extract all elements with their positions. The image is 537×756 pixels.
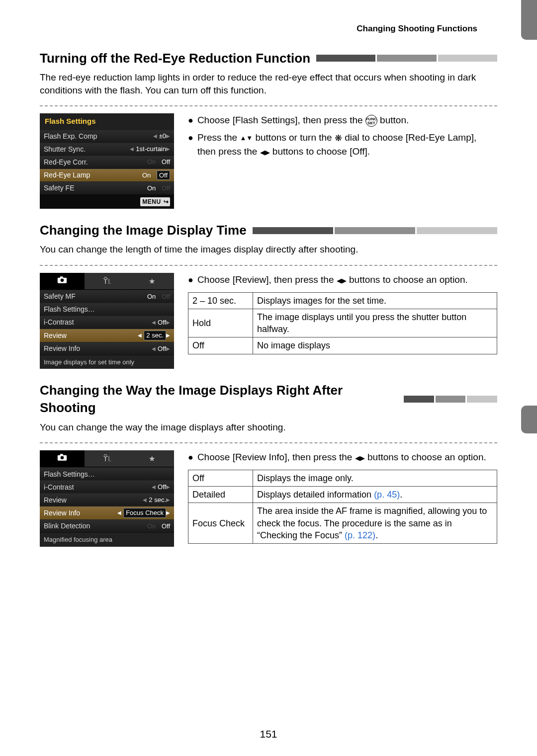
tools-tab-icon: ϔ꜑ (85, 451, 129, 467)
func-set-icon: FUNCSET (365, 115, 377, 127)
content-block: ϔ꜑ ★ Flash Settings… i-Contrast ◀Off ▶ R… (40, 450, 497, 546)
lcd-row-review-selected: Review ◀2 sec. ▶ (40, 329, 174, 342)
section-intro: You can change the way the image display… (40, 421, 497, 434)
heading-rule-icon (404, 396, 497, 403)
instruction-list: ● Choose [Review Info], then press the ◀… (188, 450, 497, 544)
svg-point-2 (61, 279, 64, 282)
table-row: HoldThe image displays until you press t… (188, 309, 497, 337)
lcd-shooting-menu: ϔ꜑ ★ Safety MF On Off Flash Settings… i-… (40, 273, 174, 369)
instruction-list: ● Choose [Flash Settings], then press th… (188, 113, 497, 162)
svg-rect-1 (60, 276, 63, 278)
bullet-item: ● Choose [Review], then press the ◀▶ but… (188, 273, 497, 287)
lcd-row-i-contrast: i-Contrast ◀Off ▶ (40, 480, 174, 493)
table-row: 2 – 10 sec.Displays images for the set t… (188, 292, 497, 309)
lcd-title: Flash Settings (40, 113, 174, 129)
page-tab-side (521, 406, 537, 433)
lcd-shooting-menu: ϔ꜑ ★ Flash Settings… i-Contrast ◀Off ▶ R… (40, 450, 174, 546)
divider (40, 105, 497, 106)
bullet-icon: ● (188, 114, 193, 127)
lcd-row-safety-mf: Safety MF On Off (40, 290, 174, 303)
lcd-row-safety-fe: Safety FE On Off (40, 181, 174, 194)
section-title-display-way: Changing the Way the Image Displays Righ… (40, 382, 497, 417)
lcd-status-bar: Magnified focusing area (40, 532, 174, 547)
lcd-row-review: Review ◀2 sec. ▶ (40, 493, 174, 506)
lcd-row-red-eye-lamp-selected: Red-Eye Lamp On Off (40, 168, 174, 182)
camera-tab-icon (40, 450, 85, 467)
svg-rect-4 (60, 454, 63, 456)
menu-back-icon: MENU ↩ (140, 197, 170, 206)
lcd-row-flash-settings: Flash Settings… (40, 467, 174, 480)
lcd-row-review-info-selected: Review Info ◀Focus Check ▶ (40, 506, 174, 519)
lcd-flash-settings: Flash Settings Flash Exp. Comp ◀±0 ▶ Shu… (40, 113, 174, 209)
table-row: Focus Check The area inside the AF frame… (188, 503, 497, 544)
options-table: OffDisplays the image only. Detailed Dis… (188, 470, 497, 544)
heading-rule-icon (253, 227, 497, 234)
instruction-list: ● Choose [Review], then press the ◀▶ but… (188, 273, 497, 354)
lcd-row-shutter-sync: Shutter Sync. ◀1st-curtain ▶ (40, 143, 174, 156)
camera-tab-icon (40, 273, 85, 289)
section-title-text: Changing the Image Display Time (40, 222, 247, 239)
table-row: OffDisplays the image only. (188, 470, 497, 486)
tools-tab-icon: ϔ꜑ (85, 273, 129, 289)
options-table: 2 – 10 sec.Displays images for the set t… (188, 292, 497, 354)
bullet-icon: ● (188, 274, 193, 286)
section-intro: The red-eye reduction lamp lights in ord… (40, 71, 497, 96)
lcd-status-bar: Image displays for set time only (40, 355, 174, 369)
up-down-icon: ▲▼ (240, 135, 253, 141)
lcd-row-red-eye-corr: Red-Eye Corr. On Off (40, 156, 174, 168)
content-block: Flash Settings Flash Exp. Comp ◀±0 ▶ Shu… (40, 113, 497, 209)
left-right-icon: ◀▶ (337, 277, 347, 284)
star-tab-icon: ★ (129, 451, 174, 467)
manual-page: Changing Shooting Functions Turning off … (0, 0, 537, 756)
lcd-row-review-info: Review Info ◀Off ▶ (40, 342, 174, 355)
bullet-item: ● Choose [Flash Settings], then press th… (188, 113, 497, 128)
running-head: Changing Shooting Functions (40, 22, 477, 35)
content-block: ϔ꜑ ★ Safety MF On Off Flash Settings… i-… (40, 273, 497, 369)
table-row: Detailed Displays detailed information (… (188, 487, 497, 503)
divider (40, 265, 497, 266)
divider (40, 442, 497, 443)
lcd-row-flash-exp: Flash Exp. Comp ◀±0 ▶ (40, 130, 174, 143)
star-tab-icon: ★ (129, 273, 174, 289)
bullet-icon: ● (188, 132, 193, 144)
heading-rule-icon (316, 55, 497, 62)
page-link[interactable]: (p. 45) (374, 490, 400, 500)
left-right-icon: ◀▶ (260, 149, 270, 156)
running-head-text: Changing Shooting Functions (357, 24, 477, 33)
dial-icon: ❋ (335, 134, 342, 143)
lcd-row-blink-detection: Blink Detection On Off (40, 519, 174, 532)
table-row: OffNo image displays (188, 337, 497, 354)
bullet-item: ● Choose [Review Info], then press the ◀… (188, 450, 497, 465)
lcd-row-flash-settings: Flash Settings… (40, 303, 174, 316)
lcd-menu-bar: MENU ↩ (40, 194, 174, 209)
section-title-text: Turning off the Red-Eye Reduction Functi… (40, 50, 310, 67)
section-title-red-eye: Turning off the Red-Eye Reduction Functi… (40, 50, 497, 67)
section-title-display-time: Changing the Image Display Time (40, 222, 497, 239)
lcd-row-i-contrast: i-Contrast ◀Off ▶ (40, 316, 174, 329)
page-tab-top (521, 0, 537, 40)
section-title-text: Changing the Way the Image Displays Righ… (40, 382, 398, 417)
bullet-icon: ● (188, 451, 193, 464)
left-right-icon: ◀▶ (355, 455, 365, 461)
page-link[interactable]: (p. 122) (345, 530, 375, 540)
svg-point-5 (61, 456, 64, 460)
lcd-tab-bar: ϔ꜑ ★ (40, 450, 174, 467)
bullet-item: ● Press the ▲▼ buttons or turn the ❋ dia… (188, 131, 497, 159)
page-number: 151 (0, 727, 537, 741)
lcd-tab-bar: ϔ꜑ ★ (40, 273, 174, 290)
section-intro: You can change the length of time the im… (40, 243, 497, 256)
